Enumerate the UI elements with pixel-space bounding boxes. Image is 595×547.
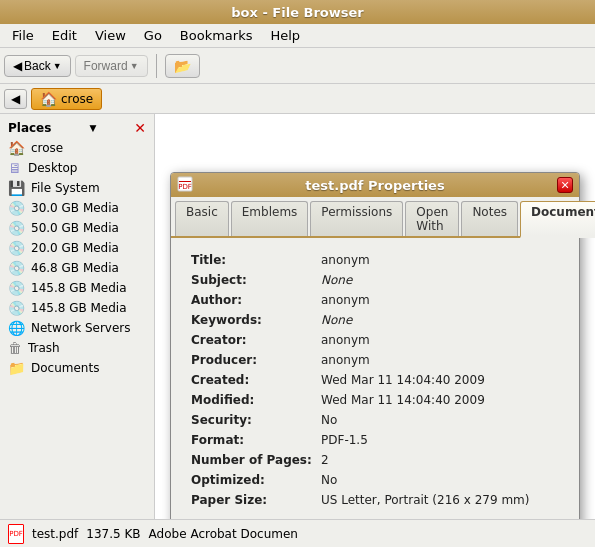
bottom-filetype: Adobe Acrobat Documen	[149, 527, 298, 541]
menu-view[interactable]: View	[87, 26, 134, 45]
bottom-bar: PDF test.pdf 137.5 KB Adobe Acrobat Docu…	[0, 519, 595, 547]
sidebar-item-trash[interactable]: 🗑 Trash	[0, 338, 154, 358]
menu-go[interactable]: Go	[136, 26, 170, 45]
back-arrow-icon: ◀	[13, 59, 22, 73]
property-value: anonym	[317, 350, 563, 370]
back-label: Back	[24, 59, 51, 73]
property-label: Creator:	[187, 330, 317, 350]
property-value: Wed Mar 11 14:04:40 2009	[317, 370, 563, 390]
tab-notes[interactable]: Notes	[461, 201, 518, 236]
property-row-12: Paper Size:US Letter, Portrait (216 x 27…	[187, 490, 563, 510]
places-close-button[interactable]: ✕	[134, 120, 146, 136]
sidebar-item-media-46[interactable]: 💿 46.8 GB Media	[0, 258, 154, 278]
property-row-2: Author:anonym	[187, 290, 563, 310]
sidebar-item-filesystem[interactable]: 💾 File System	[0, 178, 154, 198]
property-row-11: Optimized:No	[187, 470, 563, 490]
bottom-filename: test.pdf	[32, 527, 78, 541]
folder-icon: 🏠	[40, 91, 57, 107]
title-bar: box - File Browser	[0, 0, 595, 24]
forward-label: Forward	[84, 59, 128, 73]
sidebar-item-label: 30.0 GB Media	[31, 201, 119, 215]
property-value: None	[317, 310, 563, 330]
property-label: Format:	[187, 430, 317, 450]
tab-open-with[interactable]: Open With	[405, 201, 459, 236]
property-value: US Letter, Portrait (216 x 279 mm)	[317, 490, 563, 510]
file-browser-window: box - File Browser File Edit View Go Boo…	[0, 0, 595, 547]
properties-dialog: PDF test.pdf Properties ✕ Basic Emblems …	[170, 172, 580, 519]
property-label: Created:	[187, 370, 317, 390]
sidebar-item-label: 50.0 GB Media	[31, 221, 119, 235]
forward-button[interactable]: Forward ▼	[75, 55, 148, 77]
media-icon: 💿	[8, 280, 25, 296]
media-icon: 💿	[8, 300, 25, 316]
sidebar-item-label: File System	[31, 181, 100, 195]
sidebar-item-media-50[interactable]: 💿 50.0 GB Media	[0, 218, 154, 238]
sidebar-item-label: Desktop	[28, 161, 78, 175]
property-row-9: Format:PDF-1.5	[187, 430, 563, 450]
dialog-title-icon: PDF	[177, 176, 193, 195]
location-folder[interactable]: 🏠 crose	[31, 88, 102, 110]
forward-dropdown-icon: ▼	[130, 61, 139, 71]
property-value: Wed Mar 11 14:04:40 2009	[317, 390, 563, 410]
dialog-title-bar: PDF test.pdf Properties ✕	[171, 173, 579, 197]
back-button[interactable]: ◀ Back ▼	[4, 55, 71, 77]
tab-document[interactable]: Document	[520, 201, 595, 238]
menu-bookmarks[interactable]: Bookmarks	[172, 26, 261, 45]
menu-bar: File Edit View Go Bookmarks Help	[0, 24, 595, 48]
file-area: PDF test.pdf Properties ✕ Basic Emblems …	[155, 114, 595, 519]
property-label: Modified:	[187, 390, 317, 410]
network-icon: 🌐	[8, 320, 25, 336]
sidebar-item-media-145b[interactable]: 💿 145.8 GB Media	[0, 298, 154, 318]
sidebar-item-label: Trash	[28, 341, 60, 355]
menu-help[interactable]: Help	[262, 26, 308, 45]
sidebar-item-label: 20.0 GB Media	[31, 241, 119, 255]
menu-file[interactable]: File	[4, 26, 42, 45]
sidebar-item-label: crose	[31, 141, 63, 155]
open-location-button[interactable]: 📂	[165, 54, 200, 78]
property-value: anonym	[317, 290, 563, 310]
menu-edit[interactable]: Edit	[44, 26, 85, 45]
sidebar-item-network-servers[interactable]: 🌐 Network Servers	[0, 318, 154, 338]
property-value: anonym	[317, 250, 563, 270]
dialog-close-title-button[interactable]: ✕	[557, 177, 573, 193]
toolbar: ◀ Back ▼ Forward ▼ 📂	[0, 48, 595, 84]
property-row-7: Modified:Wed Mar 11 14:04:40 2009	[187, 390, 563, 410]
property-row-3: Keywords:None	[187, 310, 563, 330]
documents-icon: 📁	[8, 360, 25, 376]
sidebar-item-media-20[interactable]: 💿 20.0 GB Media	[0, 238, 154, 258]
property-row-4: Creator:anonym	[187, 330, 563, 350]
sidebar-item-media-30[interactable]: 💿 30.0 GB Media	[0, 198, 154, 218]
property-row-1: Subject:None	[187, 270, 563, 290]
property-label: Optimized:	[187, 470, 317, 490]
sidebar-item-documents[interactable]: 📁 Documents	[0, 358, 154, 378]
svg-text:PDF: PDF	[178, 183, 192, 191]
tab-basic[interactable]: Basic	[175, 201, 229, 236]
sidebar-item-label: Network Servers	[31, 321, 131, 335]
sidebar-item-desktop[interactable]: 🖥 Desktop	[0, 158, 154, 178]
media-icon: 💿	[8, 200, 25, 216]
property-label: Security:	[187, 410, 317, 430]
file-icon: PDF	[8, 524, 24, 544]
tabs-bar: Basic Emblems Permissions Open With Note…	[171, 197, 579, 238]
property-label: Author:	[187, 290, 317, 310]
tab-emblems[interactable]: Emblems	[231, 201, 309, 236]
media-icon: 💿	[8, 260, 25, 276]
property-row-10: Number of Pages:2	[187, 450, 563, 470]
sidebar-item-crose[interactable]: 🏠 crose	[0, 138, 154, 158]
properties-table: Title:anonymSubject:NoneAuthor:anonymKey…	[187, 250, 563, 510]
tab-permissions[interactable]: Permissions	[310, 201, 403, 236]
nav-left-button[interactable]: ◀	[4, 89, 27, 109]
sidebar-item-label: Documents	[31, 361, 99, 375]
toolbar-separator	[156, 54, 157, 78]
home-icon: 🏠	[8, 140, 25, 156]
property-row-5: Producer:anonym	[187, 350, 563, 370]
property-value: PDF-1.5	[317, 430, 563, 450]
trash-icon: 🗑	[8, 340, 22, 356]
back-dropdown-icon[interactable]: ▼	[53, 61, 62, 71]
media-icon: 💿	[8, 240, 25, 256]
sidebar-item-media-145a[interactable]: 💿 145.8 GB Media	[0, 278, 154, 298]
places-dropdown-icon[interactable]: ▼	[89, 123, 96, 133]
sidebar-item-label: 46.8 GB Media	[31, 261, 119, 275]
property-label: Producer:	[187, 350, 317, 370]
location-folder-label: crose	[61, 92, 93, 106]
